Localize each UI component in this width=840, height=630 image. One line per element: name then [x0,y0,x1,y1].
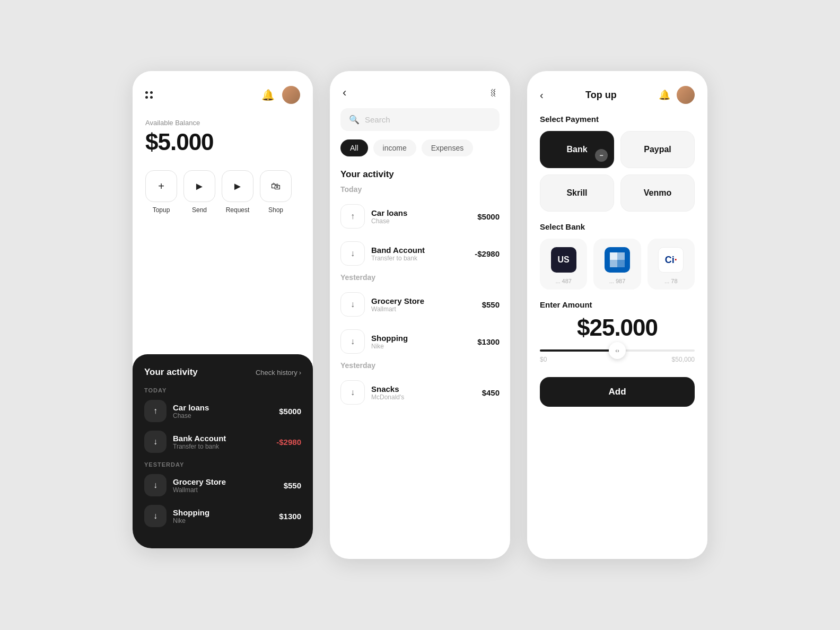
bank-citi[interactable]: Ci· ... 78 [648,239,695,290]
select-bank-label: Select Bank [527,222,707,239]
send-icon[interactable]: ► [183,170,215,202]
notification-icon[interactable]: 🔔 [659,89,670,101]
topup-icon[interactable]: + [145,170,177,202]
tx-amount: $1300 [279,512,301,521]
yesterday2-section-label: Yesterday [330,361,510,375]
tab-expenses[interactable]: Expenses [422,139,473,156]
tx-amount: $5000 [477,212,500,221]
quick-actions: + Topup ► Send ► Request 🛍 Shop [145,170,300,214]
activity-section: Your activity Check history › TODAY ↑ Ca… [133,354,313,548]
today-label: TODAY [144,387,301,393]
check-history-btn[interactable]: Check history › [256,369,301,377]
activity-title: Your activity [144,367,198,378]
screen3-topup: ‹ Top up 🔔 Select Payment Bank − Paypal … [527,71,707,559]
avatar[interactable] [282,86,300,104]
tx-sub: Nike [173,517,273,524]
tx-down-icon: ↓ [144,431,167,453]
tx-amount: -$2980 [475,249,500,258]
filter-icon[interactable]: ⧛ [488,88,497,99]
payment-option-bank[interactable]: Bank − [540,131,614,168]
request-label: Request [226,206,250,214]
select-payment-label: Select Payment [527,115,707,131]
tx-name: Car loans [371,208,471,217]
request-icon[interactable]: ► [222,170,253,202]
activity-title: Your activity [330,167,510,185]
table-row: ↓ Grocery Store Wallmart $550 [144,474,301,496]
request-action[interactable]: ► Request [222,170,253,214]
bank-options: US ... 487 ... 987 [527,239,707,300]
balance-amount: $5.000 [145,129,300,155]
tx-name: Car loans [173,403,273,412]
back-button[interactable]: ‹ [343,86,346,100]
table-row: ↓ Bank Account Transfer to bank -$2980 [144,431,301,453]
tx-info: Car loans Chase [371,208,471,225]
list-item: ↓ Snacks McDonald's $450 [330,375,510,410]
enter-amount-label: Enter Amount [527,300,707,314]
tx-info: Grocery Store Wallmart [173,477,277,494]
list-item: ↓ Band Account Transfer to bank -$2980 [330,236,510,271]
payment-options: Bank − Paypal Skrill Venmo [527,131,707,222]
tx-amount: $550 [482,300,500,309]
bank-us[interactable]: US ... 487 [540,239,587,290]
svg-rect-1 [610,252,617,260]
slider-thumb[interactable]: ‹› [609,342,626,359]
tab-all[interactable]: All [340,139,368,156]
screen2-header: ‹ ⧛ [330,71,510,108]
topup-action[interactable]: + Topup [145,170,177,214]
shop-label: Shop [268,206,283,214]
tx-amount: $550 [284,481,301,490]
header-right: 🔔 [659,86,695,104]
tx-sub: Nike [371,343,471,350]
bank-dots: ... 987 [609,278,626,284]
tx-down-icon: ↓ [144,474,167,496]
table-row: ↓ Shopping Nike $1300 [144,505,301,527]
search-icon: 🔍 [349,115,360,125]
shop-action[interactable]: 🛍 Shop [260,170,292,214]
tab-income[interactable]: income [373,139,416,156]
send-action[interactable]: ► Send [183,170,215,214]
tx-sub: Wallmart [371,305,476,313]
tx-name: Shopping [371,334,471,343]
back-button[interactable]: ‹ [540,89,544,101]
slider-max: $50,000 [672,356,695,363]
payment-option-paypal[interactable]: Paypal [620,131,695,168]
tx-info: Shopping Nike [173,508,273,524]
search-input[interactable]: Search [365,115,390,124]
bank-chase[interactable]: ... 987 [593,239,641,290]
tx-amount: -$2980 [276,438,301,447]
tx-name: Shopping [173,508,273,517]
search-bar[interactable]: 🔍 Search [340,108,500,131]
add-button[interactable]: Add [540,377,695,407]
list-item: ↑ Car loans Chase $5000 [330,199,510,234]
filter-tabs: All income Expenses [330,139,510,167]
tx-info: Grocery Store Wallmart [371,296,476,313]
shop-icon[interactable]: 🛍 [260,170,292,202]
menu-icon[interactable] [145,91,153,99]
svg-rect-3 [610,260,617,267]
tx-amount: $450 [482,388,500,397]
tx-down-icon: ↓ [144,505,167,527]
tx-name: Snacks [371,384,476,393]
tx-sub: McDonald's [371,393,476,401]
tx-sub: Transfer to bank [173,443,270,450]
slider-track: ‹› [540,349,695,352]
yesterday-section-label: Yesterday [330,273,510,287]
tx-name: Bank Account [173,434,270,443]
avatar[interactable] [677,86,695,104]
tx-amount: $1300 [477,337,500,346]
tx-info: Band Account Transfer to bank [371,246,468,262]
selected-check-icon: − [595,149,608,162]
page-title: Top up [544,90,659,101]
svg-rect-2 [617,252,625,260]
topup-label: Topup [153,206,170,214]
tx-name: Grocery Store [371,296,476,305]
payment-option-skrill[interactable]: Skrill [540,174,614,212]
notification-icon[interactable]: 🔔 [261,89,275,101]
amount-slider[interactable]: ‹› $0 $50,000 [527,349,707,366]
tx-sub: Chase [371,217,471,225]
svg-rect-4 [617,260,625,267]
slider-min: $0 [540,356,547,363]
list-item: ↓ Shopping Nike $1300 [330,324,510,359]
payment-option-venmo[interactable]: Venmo [620,174,695,212]
us-bank-logo: US [551,247,576,273]
